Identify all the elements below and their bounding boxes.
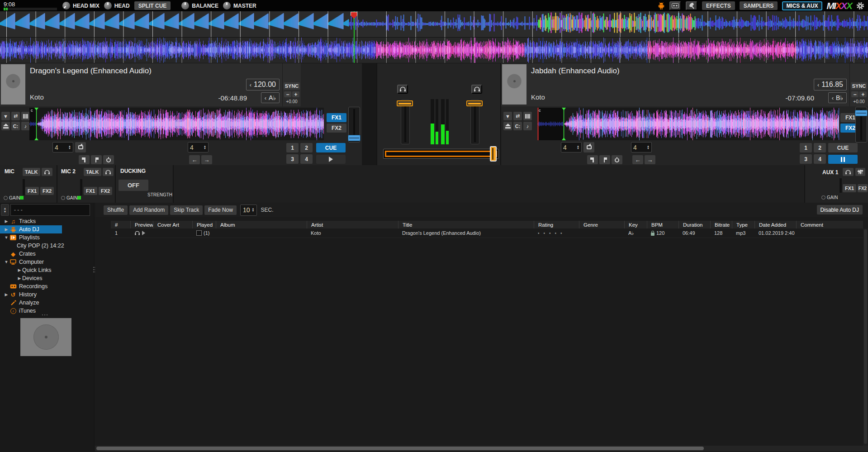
add-random-button[interactable]: Add Random (129, 205, 168, 215)
played-checkbox[interactable] (196, 230, 202, 236)
skip-track-button[interactable]: Skip Track (170, 205, 203, 215)
column-header-cover-art[interactable]: Cover Art (153, 221, 192, 228)
deck2-overview-waveform[interactable] (537, 108, 839, 140)
deck2-loop-in-icon[interactable] (587, 155, 598, 164)
deck2-key-display[interactable]: ‹B♭ (828, 92, 847, 103)
deck2-reloop-icon[interactable] (583, 142, 594, 152)
deck1-pfl-button[interactable] (397, 85, 408, 94)
column-header-played[interactable]: Played (192, 221, 216, 228)
deck1-hotcue-4[interactable]: 4 (300, 154, 313, 164)
balance-knob[interactable] (181, 2, 189, 10)
sidebar-item-tracks[interactable]: ▶ ♫ Tracks (0, 217, 93, 225)
headphone-icon[interactable] (134, 231, 140, 235)
deck1-beatjump-forward-icon[interactable]: → (201, 155, 212, 164)
disable-autodj-button[interactable]: Disable Auto DJ (817, 205, 863, 214)
head-mix-knob[interactable] (62, 2, 70, 10)
deck2-beatjump-size-spinbox[interactable]: 4▲▼ (631, 142, 652, 152)
expander-expanded-icon[interactable]: ▼ (4, 235, 9, 240)
deck1-rate-slider[interactable] (348, 107, 360, 143)
column-header-album[interactable]: Album (216, 221, 307, 228)
deck1-loop-size-spinbox[interactable]: 4▲▼ (52, 142, 73, 152)
deck1-beatgrid-icon[interactable] (21, 112, 30, 120)
expander-expanded-icon[interactable]: ▼ (4, 260, 9, 264)
gear-icon[interactable] (856, 2, 864, 10)
scrolling-waveforms[interactable] (0, 11, 868, 63)
deck1-beatjump-size-spinbox[interactable]: 4▲▼ (188, 142, 209, 152)
deck2-beatjump-back-icon[interactable]: ← (632, 155, 643, 164)
deck1-reloop-icon[interactable] (75, 142, 86, 152)
deck1-cover-art[interactable] (1, 64, 25, 105)
deck1-loop-in-icon[interactable] (79, 155, 90, 164)
head-gain-knob[interactable] (104, 2, 112, 10)
deck1-beatjump-back-icon[interactable]: ← (189, 155, 200, 164)
column-header-key[interactable]: Key (624, 221, 647, 228)
fade-now-button[interactable]: Fade Now (204, 205, 237, 215)
horizontal-scrollbar[interactable] (95, 446, 868, 451)
mics-aux-button[interactable]: MICS & AUX (782, 1, 822, 10)
samplers-button[interactable]: SAMPLERS (740, 1, 778, 10)
cell-bpm[interactable]: 120 (647, 228, 683, 238)
sidebar-item-autodj[interactable]: ▶ Auto DJ (0, 225, 62, 233)
deck2-hotcue-3[interactable]: 3 (800, 154, 812, 164)
column-header-title[interactable]: Title (398, 221, 534, 228)
deck2-beatgrid-icon[interactable] (523, 112, 532, 120)
deck1-fx1-button[interactable]: FX1 (327, 113, 346, 122)
column-header-rating[interactable]: Rating (534, 221, 579, 228)
expander-collapsed-icon[interactable]: ▶ (4, 219, 9, 224)
deck2-loop-size-spinbox[interactable]: 4▲▼ (561, 142, 582, 152)
mic2-talk-button[interactable]: TALK (84, 168, 101, 176)
column-header-duration[interactable]: Duration (678, 221, 710, 228)
cell-rating[interactable]: ••••• (534, 228, 583, 238)
deck2-scrolling-waveform[interactable] (0, 37, 868, 63)
deck1-loop-out-icon[interactable] (91, 155, 102, 164)
deck2-hotcue-4[interactable]: 4 (814, 154, 826, 164)
crossfader-handle[interactable] (490, 146, 497, 162)
horizontal-scrollbar-thumb[interactable] (96, 447, 704, 450)
deck1-cue-button[interactable]: CUE (316, 143, 346, 152)
effects-button[interactable]: EFFECTS (702, 1, 735, 10)
deck1-eject-icon[interactable] (1, 122, 10, 130)
sidebar-item-history[interactable]: ▶ ↺ History (0, 290, 93, 299)
expander-collapsed-icon[interactable]: ▶ (4, 227, 9, 232)
mic1-fx1-button[interactable]: FX1 (25, 187, 39, 195)
column-header-preview[interactable]: Preview (130, 221, 153, 228)
column-header-type[interactable]: Type (732, 221, 754, 228)
deck2-beatjump-forward-icon[interactable]: → (645, 155, 655, 164)
deck2-repeat-icon[interactable]: ⇄ (513, 112, 522, 120)
transition-time-spinbox[interactable]: 10▲▼ (240, 205, 257, 216)
deck2-rate-minus-button[interactable]: − (851, 91, 859, 97)
deck1-hotcue-3[interactable]: 3 (286, 154, 299, 164)
aux1-pfl-button[interactable] (843, 168, 854, 176)
horizontal-splitter-handle[interactable] (42, 314, 47, 315)
preview-deck-spinny[interactable] (20, 318, 71, 356)
sidebar-item-analyze[interactable]: Analyze (0, 299, 93, 307)
deck2-bpm-display[interactable]: ‹116.85 (814, 79, 847, 90)
deck2-volume-fader-handle[interactable] (466, 100, 483, 106)
deck1-keylock-icon[interactable]: ♪ (21, 122, 30, 130)
sidebar-item-quick-links[interactable]: ▶ Quick Links (0, 266, 93, 274)
column-header-bitrate[interactable]: Bitrate (710, 221, 732, 228)
column-header-genre[interactable]: Genre (579, 221, 624, 228)
search-input[interactable] (10, 204, 90, 216)
mic2-fx2-button[interactable]: FX2 (99, 187, 112, 195)
deck1-hotcue-2[interactable]: 2 (300, 143, 313, 152)
expander-collapsed-icon[interactable]: ▶ (4, 292, 9, 297)
sidebar-item-playlists[interactable]: ▼ Playlists (0, 233, 93, 242)
deck2-eject-icon[interactable] (503, 122, 512, 130)
deck1-repeat-icon[interactable]: ⇄ (11, 112, 20, 120)
deck1-fx2-button[interactable]: FX2 (327, 124, 346, 133)
sidebar-item-devices[interactable]: ▶ Devices (0, 274, 93, 282)
preview-play-icon[interactable] (142, 231, 145, 235)
table-row[interactable]: 1 (1) Koto Dragon's Legend (Enhanced Aud… (111, 228, 863, 238)
deck2-hotcue-1[interactable]: 1 (800, 143, 812, 152)
deck1-scrolling-waveform[interactable] (0, 11, 868, 37)
deck1-collapse-icon[interactable]: ▼ (1, 112, 10, 120)
column-header-date-added[interactable]: Date Added (754, 221, 796, 228)
crossfader[interactable] (383, 149, 499, 159)
sidebar-item-city-pop[interactable]: City POP (2) 14:22 (0, 242, 93, 250)
column-header-comment[interactable]: Comment (796, 221, 863, 228)
vertical-scrollbar[interactable] (863, 228, 868, 446)
aux1-fx2-button[interactable]: FX2 (858, 184, 868, 192)
ducking-toggle-button[interactable]: OFF (119, 180, 148, 191)
deck2-cover-art[interactable] (502, 64, 526, 105)
